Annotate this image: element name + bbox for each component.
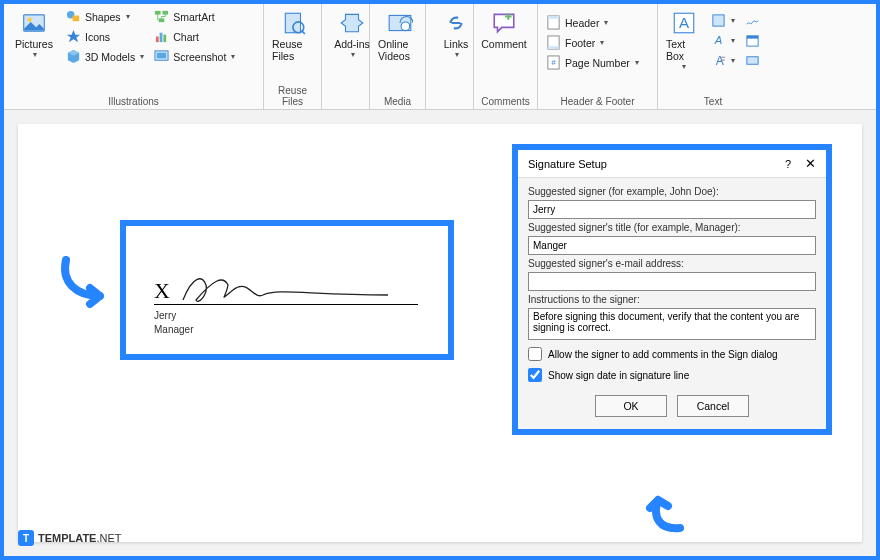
footer-icon <box>546 35 561 50</box>
parts-icon <box>711 13 726 28</box>
pictures-icon <box>21 10 47 36</box>
annotation-arrow-2 <box>640 490 690 534</box>
signer-title: Manager <box>154 324 193 335</box>
group-label-text: Text <box>664 94 762 107</box>
chart-button[interactable]: Chart <box>152 28 237 45</box>
svg-text:A: A <box>678 14 689 31</box>
icons-icon <box>66 29 81 44</box>
cancel-button[interactable]: Cancel <box>677 395 749 417</box>
online-videos-button[interactable]: Online Videos <box>376 8 424 64</box>
cube-icon <box>66 49 81 64</box>
comment-button[interactable]: Comment <box>480 8 528 52</box>
signer-input[interactable] <box>528 200 816 219</box>
wordart-icon: A <box>711 33 726 48</box>
svg-point-16 <box>401 22 410 31</box>
object-button[interactable] <box>743 52 762 69</box>
date-icon <box>745 33 760 48</box>
signature-x: X <box>154 278 170 304</box>
label-title: Suggested signer's title (for example, M… <box>528 222 816 233</box>
ok-button[interactable]: OK <box>595 395 667 417</box>
dialog-title: Signature Setup <box>528 158 785 170</box>
show-date-checkbox[interactable]: Show sign date in signature line <box>528 368 816 382</box>
shapes-icon <box>66 9 81 24</box>
svg-rect-9 <box>160 33 163 42</box>
3d-models-button[interactable]: 3D Models▾ <box>64 48 146 65</box>
svg-rect-28 <box>720 57 725 58</box>
smartart-icon <box>154 9 169 24</box>
group-label-media: Media <box>376 94 419 107</box>
group-label-reuse: Reuse Files <box>270 83 315 107</box>
svg-rect-8 <box>156 37 159 43</box>
sig-line-button[interactable] <box>743 12 762 29</box>
textbox-icon: A <box>671 10 697 36</box>
title-input[interactable] <box>528 236 816 255</box>
dropcap-icon: A <box>711 53 726 68</box>
sig-icon <box>745 13 760 28</box>
header-button[interactable]: Header▾ <box>544 14 651 31</box>
signature-line <box>154 304 418 305</box>
link-icon <box>443 10 469 36</box>
text-box-button[interactable]: A Text Box▾ <box>664 8 703 73</box>
signature-setup-dialog: Signature Setup ? ✕ Suggested signer (fo… <box>512 144 832 435</box>
template-logo-icon: T <box>18 530 34 546</box>
page-number-button[interactable]: #Page Number▾ <box>544 54 651 71</box>
date-time-button[interactable] <box>743 32 762 49</box>
svg-rect-5 <box>155 11 161 15</box>
close-button[interactable]: ✕ <box>805 156 816 171</box>
instructions-input[interactable] <box>528 308 816 340</box>
svg-text:A: A <box>714 34 723 46</box>
smartart-button[interactable]: SmartArt <box>152 8 237 25</box>
signature-line-box[interactable]: X Jerry Manager <box>120 220 454 360</box>
svg-text:A: A <box>716 54 725 68</box>
svg-rect-31 <box>747 36 758 39</box>
label-email: Suggested signer's e-mail address: <box>528 258 816 269</box>
reuse-icon <box>281 10 307 36</box>
svg-rect-6 <box>163 11 169 15</box>
pictures-button[interactable]: Pictures▾ <box>10 8 58 65</box>
dialog-titlebar: Signature Setup ? ✕ <box>518 150 826 178</box>
screenshot-icon <box>154 49 169 64</box>
group-label-headerfooter: Header & Footer <box>544 94 651 107</box>
ribbon: Pictures▾ Shapes▾ Icons 3D Models▾ Smart… <box>4 4 876 110</box>
svg-rect-20 <box>548 46 559 49</box>
annotation-arrow-1 <box>56 252 116 312</box>
svg-rect-7 <box>159 18 165 22</box>
group-label-comments: Comments <box>480 94 531 107</box>
shapes-button[interactable]: Shapes▾ <box>64 8 146 25</box>
footer-button[interactable]: Footer▾ <box>544 34 651 51</box>
help-button[interactable]: ? <box>785 158 791 170</box>
signer-name: Jerry <box>154 310 176 321</box>
allow-comments-checkbox[interactable]: Allow the signer to add comments in the … <box>528 347 816 361</box>
svg-rect-4 <box>73 16 80 22</box>
svg-rect-18 <box>548 16 559 19</box>
pagenum-icon: # <box>546 55 561 70</box>
video-icon <box>387 10 413 36</box>
quick-parts-button[interactable]: ▾ <box>709 12 737 29</box>
email-input[interactable] <box>528 272 816 291</box>
label-signer: Suggested signer (for example, John Doe)… <box>528 186 816 197</box>
reuse-files-button[interactable]: Reuse Files <box>270 8 318 64</box>
addins-icon <box>339 10 365 36</box>
svg-rect-25 <box>713 15 724 26</box>
document-canvas: X Jerry Manager Signature Setup ? ✕ Sugg… <box>4 110 876 556</box>
header-icon <box>546 15 561 30</box>
chart-icon <box>154 29 169 44</box>
dropcap-button[interactable]: A▾ <box>709 52 737 69</box>
object-icon <box>745 53 760 68</box>
watermark: T TEMPLATE.NET <box>18 530 122 546</box>
icons-button[interactable]: Icons <box>64 28 146 45</box>
wordart-button[interactable]: A▾ <box>709 32 737 49</box>
svg-rect-29 <box>720 60 725 61</box>
group-label-illustrations: Illustrations <box>10 94 257 107</box>
svg-point-2 <box>28 18 32 22</box>
document-page: X Jerry Manager Signature Setup ? ✕ Sugg… <box>18 124 862 542</box>
label-instructions: Instructions to the signer: <box>528 294 816 305</box>
addins-button[interactable]: Add-ins▾ <box>328 8 376 61</box>
svg-rect-12 <box>157 53 166 59</box>
svg-rect-32 <box>747 57 758 65</box>
svg-rect-10 <box>164 35 167 43</box>
links-button[interactable]: Links▾ <box>432 8 480 61</box>
comment-icon <box>491 10 517 36</box>
screenshot-button[interactable]: Screenshot▾ <box>152 48 237 65</box>
